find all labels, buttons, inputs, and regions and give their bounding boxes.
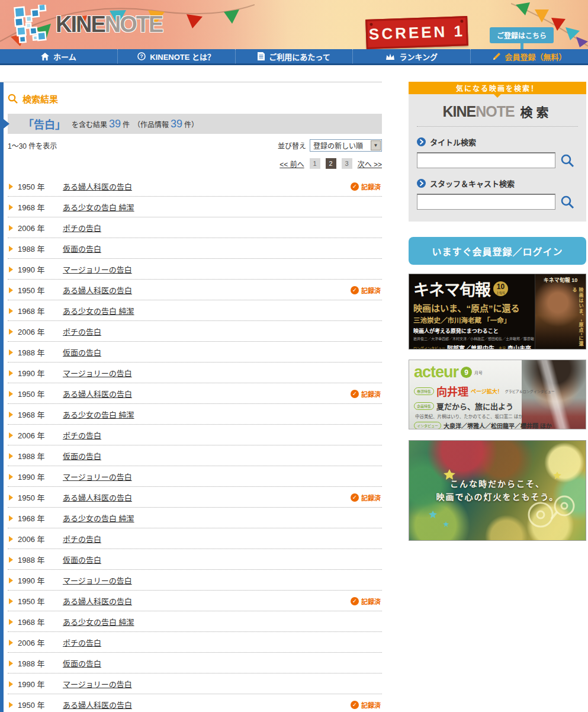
result-title-link[interactable]: マージョリーの告白 <box>63 471 132 482</box>
acteur-banner[interactable]: acteur 9 月号 巻頭特集 向井理 ページ拡大！ グラビア＆ロングインタビ… <box>409 360 586 429</box>
search-icon[interactable] <box>560 195 574 209</box>
result-year: 1968 年 <box>18 512 54 524</box>
search-results-column: 検索結果 「告白」 を含む結果 39 件 （作品情報 39 件） 1～30 件を… <box>0 82 382 712</box>
logo-text-kine: KINE <box>56 12 105 37</box>
nav-item-register[interactable]: 会員登録（無料） <box>470 49 588 63</box>
acteur-plan-names: 中谷美紀、片桐はいり、たかのてるこ、坂口憲二 ほか <box>415 413 525 419</box>
result-title-link[interactable]: ある少女の告白 純潔 <box>63 201 134 213</box>
title-search-label-row: タイトル検索 <box>417 136 578 147</box>
result-title-link[interactable]: ポチの告白 <box>63 637 101 648</box>
result-row: 1950 年 ある婦人科医の告白 ✓ 記録済 <box>8 383 382 404</box>
result-row: 1950 年 ある婦人科医の告白 ✓ 記録済 <box>8 280 382 300</box>
site-header: KINENOTE SCREEN 1 ご登録はこちら <box>0 0 588 49</box>
result-title-link[interactable]: マージョリーの告白 <box>63 678 132 689</box>
result-year: 2006 年 <box>18 326 54 337</box>
result-row: 1968 年 ある少女の告白 純潔 <box>8 611 382 632</box>
result-title-link[interactable]: ある婦人科医の告白 <box>63 388 132 399</box>
results-list: 1950 年 ある婦人科医の告白 ✓ 記録済 1968 年 ある少女の告白 純潔… <box>8 176 382 712</box>
kinema-interview-row: ロングインタビュー 阿部寛／曽根中生 主演 森山未來 <box>413 344 534 349</box>
query-text: 「告白」 <box>23 116 66 132</box>
result-row: 1988 年 仮面の告白 <box>8 549 382 570</box>
page-3-button[interactable]: 3 <box>342 158 352 169</box>
result-title-link[interactable]: ある少女の告白 純潔 <box>63 409 134 420</box>
result-title-link[interactable]: 仮面の告白 <box>63 554 101 565</box>
result-year: 1988 年 <box>18 554 54 565</box>
result-title-link[interactable]: ポチの告白 <box>63 429 101 441</box>
chevron-right-icon <box>9 474 13 480</box>
result-title-link[interactable]: ある少女の告白 純潔 <box>63 616 134 627</box>
result-title-link[interactable]: マージョリーの告白 <box>63 367 132 379</box>
nav-item-terms[interactable]: ご利用にあたって <box>235 49 353 63</box>
result-title-link[interactable]: ある婦人科医の告白 <box>63 284 132 296</box>
login-register-button[interactable]: いますぐ会員登録／ログイン <box>409 237 586 265</box>
result-title-link[interactable]: ポチの告白 <box>63 326 101 337</box>
result-year: 1950 年 <box>18 284 54 296</box>
chevron-right-icon <box>9 246 13 252</box>
result-title-link[interactable]: 仮面の告白 <box>63 658 101 669</box>
chevron-right-icon <box>9 640 13 646</box>
title-search-input[interactable] <box>417 152 555 168</box>
svg-text:?: ? <box>140 53 144 59</box>
result-title-link[interactable]: ある婦人科医の告白 <box>63 492 132 503</box>
nav-item-home[interactable]: ホーム <box>0 49 117 63</box>
chevron-right-icon <box>9 432 13 438</box>
nav-item-ranking[interactable]: ランキング <box>352 49 470 63</box>
search-widget: KINENOTE検索 タイトル検索 スタッフ＆キャスト検索 <box>409 94 586 222</box>
result-year: 2006 年 <box>18 222 54 233</box>
register-tooltip[interactable]: ご登録はこちら <box>490 27 554 43</box>
result-count: 39 <box>109 118 121 130</box>
chevron-right-icon <box>9 287 13 293</box>
logo-text-note: NOTE <box>105 12 163 37</box>
result-title-link[interactable]: 仮面の告白 <box>63 450 101 461</box>
result-title-link[interactable]: マージョリーの告白 <box>63 575 132 586</box>
result-row: 1990 年 マージョリーの告白 <box>8 363 382 383</box>
bokeh-banner[interactable]: こんな時だからこそ、 映画で心の灯火をともそう。 <box>409 440 586 541</box>
kinema-brand: キネマ旬報 <box>413 277 490 300</box>
nav-item-about[interactable]: ? KINENOTE とは？ <box>117 49 235 63</box>
result-title-link[interactable]: ある婦人科医の告白 <box>63 181 132 192</box>
chevron-right-icon <box>9 453 13 459</box>
search-icon[interactable] <box>560 153 574 168</box>
search-widget-banner: 気になる映画を検索！ <box>409 82 586 94</box>
dropdown-arrow-icon[interactable]: ▼ <box>371 140 381 150</box>
result-row: 1988 年 仮面の告白 <box>8 445 382 466</box>
nav-item-label: KINENOTE とは？ <box>150 51 215 62</box>
result-year: 1968 年 <box>18 201 54 213</box>
result-title-link[interactable]: ポチの告白 <box>63 533 101 544</box>
next-page-link[interactable]: 次へ >> <box>358 159 382 169</box>
result-row: 1988 年 仮面の告白 <box>8 238 382 259</box>
result-row: 2006 年 ポチの告白 <box>8 632 382 653</box>
result-year: 1950 年 <box>18 492 54 503</box>
result-title-link[interactable]: ある婦人科医の告白 <box>63 595 132 607</box>
result-row: 1950 年 ある婦人科医の告白 ✓ 記録済 <box>8 487 382 508</box>
result-title-link[interactable]: 仮面の告白 <box>63 243 101 254</box>
result-title-link[interactable]: ある婦人科医の告白 <box>63 699 132 710</box>
kinenote-logo[interactable]: KINENOTE <box>13 5 162 44</box>
page-1-button[interactable]: 1 <box>310 158 320 169</box>
result-title-link[interactable]: 仮面の告白 <box>63 347 101 358</box>
page-title-text: 検索結果 <box>23 92 58 105</box>
chevron-right-icon <box>9 349 13 355</box>
recorded-badge: ✓ 記録済 <box>351 596 381 606</box>
acteur-logo: acteur <box>414 363 458 381</box>
sort-select[interactable]: 登録の新しい順 ▼ <box>310 139 382 152</box>
cast-search-input[interactable] <box>417 194 555 210</box>
page-2-button-active[interactable]: 2 <box>326 158 336 169</box>
search-widget-banner-text: 気になる映画を検索！ <box>456 83 539 93</box>
chevron-right-icon <box>9 184 13 190</box>
pagination: << 前へ 1 2 3 次へ >> <box>8 158 382 169</box>
kinema-credits: 岩井俊二／大津幸四郎／木村文洋／小林政広／想田和弘／土井敏邦／藤原敏史 <box>413 336 534 341</box>
kinema-junpo-banner[interactable]: キネマ旬報 10上旬号 映画はいま、“原点”に還る 三池崇史／市川海老蔵 「一命… <box>409 274 586 349</box>
result-year: 1990 年 <box>18 367 54 379</box>
result-title-link[interactable]: ポチの告白 <box>63 222 101 233</box>
check-circle-icon: ✓ <box>351 182 359 191</box>
result-title-link[interactable]: マージョリーの告白 <box>63 264 132 275</box>
screen1-sign-text: SCREEN 1 <box>368 22 465 44</box>
circle-arrow-icon <box>417 137 426 146</box>
result-title-link[interactable]: ある少女の告白 純潔 <box>63 305 134 316</box>
nav-item-label: ランキング <box>399 51 438 62</box>
prev-page-link[interactable]: << 前へ <box>279 159 304 169</box>
result-title-link[interactable]: ある少女の告白 純潔 <box>63 512 134 524</box>
kinema-issue-badge: 10上旬号 <box>493 281 508 296</box>
home-icon <box>41 53 49 60</box>
